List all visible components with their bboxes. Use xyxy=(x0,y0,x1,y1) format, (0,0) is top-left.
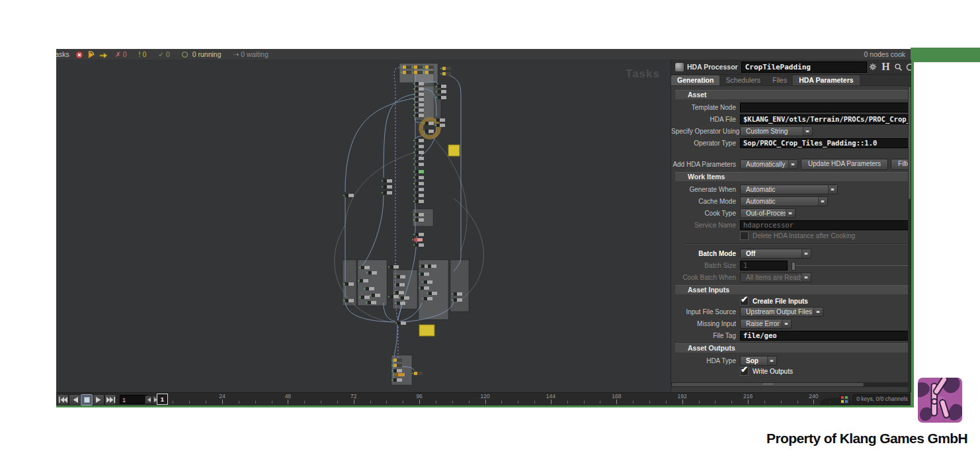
write-outputs-checkbox[interactable]: ✔ xyxy=(740,367,749,376)
top-node[interactable] xyxy=(413,176,424,179)
check-icon: ✓ xyxy=(158,50,164,58)
top-node[interactable] xyxy=(413,200,424,203)
top-node[interactable] xyxy=(382,179,392,183)
recook-icon[interactable] xyxy=(905,62,911,72)
top-node[interactable] xyxy=(412,238,423,241)
top-node[interactable] xyxy=(382,191,392,194)
batch-size-slider[interactable] xyxy=(792,261,909,270)
section-asset-outputs[interactable]: Asset Outputs xyxy=(675,343,911,353)
file-tag-input[interactable]: file/geo xyxy=(740,331,911,341)
operator-type-label: Operator Type xyxy=(671,140,736,147)
panel-horizontal-scrollbar[interactable] xyxy=(671,382,908,387)
timeline-tick-label: 144 xyxy=(546,393,555,400)
dirty-cook-icon[interactable] xyxy=(99,50,108,59)
sticky-note[interactable] xyxy=(448,145,460,156)
timeline-tick xyxy=(649,401,650,403)
section-work-items[interactable]: Work Items xyxy=(675,172,911,181)
node-name-input[interactable] xyxy=(741,62,867,73)
top-node[interactable] xyxy=(413,233,424,236)
generate-when-label: Generate When xyxy=(671,186,736,193)
wire xyxy=(345,152,415,225)
tab-generation[interactable]: Generation xyxy=(671,75,719,85)
cache-mode-dropdown[interactable]: Automatic xyxy=(740,196,828,206)
network-editor[interactable]: Tasks xyxy=(56,60,671,392)
running-count: 0 running xyxy=(182,50,222,58)
top-node[interactable] xyxy=(388,295,399,298)
cook-tasks-icon[interactable] xyxy=(87,50,96,59)
cook-type-dropdown[interactable]: Out-of-Process xyxy=(740,208,796,218)
top-node[interactable] xyxy=(395,321,406,325)
hda-processor-node-icon xyxy=(674,62,684,72)
cook-type-label: Cook Type xyxy=(671,210,736,217)
sticky-note[interactable] xyxy=(419,325,434,336)
specify-operator-dropdown[interactable]: Custom String xyxy=(740,126,813,136)
top-node[interactable] xyxy=(343,194,354,197)
param-row: Specify Operator Using Custom String xyxy=(671,125,911,137)
top-node[interactable] xyxy=(440,67,451,70)
input-file-source-dropdown[interactable]: Upstream Output Files xyxy=(740,307,823,317)
top-node[interactable] xyxy=(388,265,399,269)
top-node[interactable] xyxy=(413,157,424,160)
top-node[interactable] xyxy=(412,372,423,375)
timeline-tick xyxy=(501,401,502,403)
node-type-label: HDA Processor xyxy=(687,63,738,71)
timeline-tick-label: 168 xyxy=(612,393,621,400)
timeline-tick xyxy=(485,400,486,404)
section-asset-inputs[interactable]: Asset Inputs xyxy=(675,285,911,294)
search-icon[interactable] xyxy=(892,62,905,72)
top-node[interactable] xyxy=(413,163,424,166)
dropdown-arrows-icon xyxy=(801,273,811,282)
warning-icon: ! xyxy=(139,50,141,58)
param-row: Cache Mode Automatic xyxy=(671,195,911,207)
top-node[interactable] xyxy=(413,194,424,197)
template-node-label: Template Node xyxy=(671,104,736,111)
param-row: HDA Type Sop xyxy=(671,355,911,366)
top-node[interactable] xyxy=(413,139,424,142)
create-file-inputs-checkbox[interactable]: ✔ xyxy=(740,297,749,306)
current-frame-marker[interactable]: 1 xyxy=(157,394,168,405)
timeline-tick xyxy=(748,400,749,404)
top-node[interactable] xyxy=(413,170,424,173)
top-node[interactable] xyxy=(440,72,451,75)
panel-vertical-scrollbar[interactable] xyxy=(908,85,911,392)
delete-hda-instance-label: Delete HDA Instance after Cooking xyxy=(753,232,855,239)
missing-input-dropdown[interactable]: Raise Error xyxy=(740,319,792,329)
top-network-graph[interactable] xyxy=(56,60,671,392)
checkmark-icon: ✔ xyxy=(741,294,748,304)
param-row: Add HDA Parameters Automatically Update … xyxy=(671,158,911,170)
top-node[interactable] xyxy=(413,182,424,185)
top-node[interactable] xyxy=(413,243,424,247)
waiting-arrow-icon: ⇢ xyxy=(233,50,239,58)
hda-file-input[interactable]: $KLANG_ENV/otls/Terrain/PROCs/PROC_Crop_… xyxy=(740,114,911,124)
section-asset[interactable]: Asset xyxy=(675,90,911,99)
generate-when-dropdown[interactable]: Automatic xyxy=(740,185,838,194)
param-row: Batch Size xyxy=(671,259,911,271)
tab-hda-parameters[interactable]: HDA Parameters xyxy=(793,75,859,85)
top-node[interactable] xyxy=(413,188,424,191)
operator-type-input[interactable]: Sop/PROC_Crop_Tiles_Padding::1.0 xyxy=(740,138,911,148)
cancel-cook-icon[interactable] xyxy=(75,50,84,59)
hda-file-label: HDA File xyxy=(671,116,736,123)
keyframes-icon[interactable] xyxy=(840,395,850,405)
houdini-badge-icon[interactable]: H xyxy=(879,62,892,72)
top-node[interactable] xyxy=(382,185,392,189)
cook-batch-when-dropdown[interactable]: All Items are Ready xyxy=(740,273,811,282)
tab-schedulers[interactable]: Schedulers xyxy=(719,75,766,85)
batch-mode-dropdown[interactable]: Off xyxy=(740,249,811,259)
batch-size-input[interactable] xyxy=(740,261,788,271)
timeline-ruler[interactable]: 24487296120144168192216240 xyxy=(56,393,911,405)
tab-files[interactable]: Files xyxy=(766,75,793,85)
dropdown-arrows-icon xyxy=(786,209,795,218)
timeline-tick xyxy=(321,401,321,403)
service-name-input[interactable] xyxy=(740,220,911,230)
gear-menu-icon[interactable] xyxy=(867,62,879,72)
delete-hda-instance-checkbox[interactable] xyxy=(740,232,749,240)
warning-count: ! 0 xyxy=(139,50,147,58)
timeline-tick-label: 120 xyxy=(480,393,489,400)
add-hda-parameters-dropdown[interactable]: Automatically xyxy=(740,159,798,169)
top-node[interactable] xyxy=(413,145,424,148)
update-hda-parameters-button[interactable]: Update HDA Parameters xyxy=(801,159,888,170)
timeline-tick xyxy=(354,400,354,404)
template-node-input[interactable] xyxy=(740,103,911,112)
network-box[interactable] xyxy=(413,209,433,226)
